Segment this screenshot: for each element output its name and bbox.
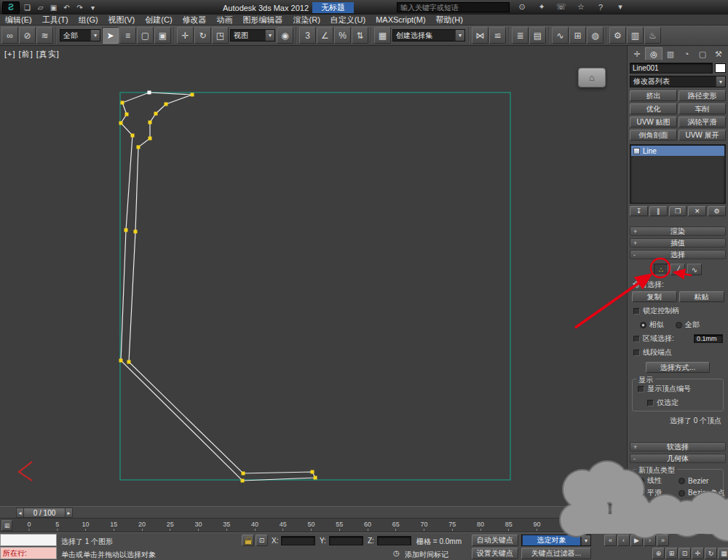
render-production-icon[interactable]: ♨	[644, 27, 661, 44]
rectangle-shape[interactable]	[120, 92, 510, 480]
chevron-down-icon[interactable]: ▾	[581, 535, 590, 545]
modifier-button[interactable]: 路径变形	[678, 90, 726, 101]
spline-vertex[interactable]	[134, 230, 138, 234]
spline-vertex[interactable]	[131, 134, 135, 138]
rollout-selection[interactable]: - 选择	[630, 250, 726, 259]
zoom-extents-icon[interactable]: ⊡	[678, 548, 691, 559]
vertex-subobject-icon[interactable]: ∴	[654, 264, 668, 275]
pan-icon[interactable]: ✛	[692, 548, 704, 559]
next-frame-icon[interactable]: ›	[644, 535, 656, 546]
chevron-down-icon[interactable]: ▾	[265, 30, 274, 41]
bezier-corner-radio[interactable]	[678, 490, 685, 497]
previous-frame-arrow-icon[interactable]: ◂	[16, 508, 24, 518]
selected-only-checkbox[interactable]	[647, 400, 654, 406]
spline-vertex[interactable]	[119, 122, 123, 125]
menu-item[interactable]: 自定义(U)	[325, 15, 371, 25]
snap-toggle-icon[interactable]: 3	[299, 27, 316, 44]
unlink-selection-icon[interactable]: ⊘	[19, 27, 36, 44]
reference-coordinate-combo[interactable]: 视图▾	[230, 29, 275, 42]
z-coordinate-field[interactable]	[377, 536, 411, 545]
open-file-icon[interactable]: ▱	[35, 2, 46, 13]
menu-item[interactable]: 工具(T)	[37, 15, 74, 25]
modifier-button[interactable]: UVW 贴图	[630, 117, 677, 127]
linear-radio[interactable]	[638, 478, 644, 484]
maximize-viewport-icon[interactable]: ▦	[718, 548, 728, 559]
angle-snap-icon[interactable]: ∠	[317, 27, 333, 44]
line-spline-shape[interactable]	[121, 92, 315, 481]
select-and-rotate-icon[interactable]: ↻	[194, 27, 211, 44]
chevron-down-icon[interactable]: ▾	[455, 30, 464, 41]
spline-vertex[interactable]	[124, 229, 128, 232]
segment-subobject-icon[interactable]: ╱	[670, 264, 685, 275]
object-name-input[interactable]	[630, 63, 713, 74]
configure-modifier-sets-icon[interactable]: ⚙	[708, 206, 726, 216]
lock-handles-checkbox[interactable]	[633, 308, 640, 315]
spline-vertex[interactable]	[165, 103, 168, 106]
selected-spline-vertex[interactable]	[148, 91, 151, 95]
viewcube[interactable]: ⌂	[578, 68, 606, 87]
bezier-radio[interactable]	[678, 478, 685, 484]
select-and-move-icon[interactable]: ✛	[177, 27, 194, 44]
macro-recorder-field[interactable]	[0, 534, 57, 546]
spline-vertex[interactable]	[125, 113, 129, 117]
object-color-swatch[interactable]	[715, 63, 726, 73]
rollout-soft-selection[interactable]: + 软选择	[630, 442, 726, 451]
search-icon[interactable]: ⊙	[517, 1, 527, 12]
select-by-name-icon[interactable]: ≡	[119, 27, 136, 44]
segment-end-checkbox[interactable]	[633, 350, 640, 356]
modify-tab-icon[interactable]: ◎	[645, 47, 662, 60]
rollout-rendering[interactable]: + 渲染	[630, 226, 726, 236]
display-tab-icon[interactable]: ▢	[695, 47, 711, 60]
select-and-link-icon[interactable]: ∞	[1, 27, 18, 44]
menu-item[interactable]: 图形编辑器	[238, 15, 288, 25]
go-to-start-icon[interactable]: «	[604, 535, 617, 546]
viewport-label[interactable]: [+] [前] [真实]	[4, 49, 60, 60]
named-selection-sets-combo[interactable]: 创建选择集▾	[392, 29, 465, 42]
remove-modifier-icon[interactable]: ✕	[688, 206, 706, 216]
smooth-radio[interactable]	[638, 490, 644, 497]
rectangular-selection-icon[interactable]: ▢	[137, 27, 154, 44]
favorites-star-icon[interactable]: ☆	[576, 1, 586, 12]
create-tab-icon[interactable]: ✛	[629, 47, 645, 60]
menu-item[interactable]: MAXScript(M)	[371, 15, 430, 25]
spline-subobject-icon[interactable]: ∿	[687, 264, 702, 275]
spline-vertex[interactable]	[137, 146, 141, 149]
spline-vertex[interactable]	[242, 472, 245, 476]
motion-tab-icon[interactable]: ◔	[678, 47, 695, 60]
spline-vertex[interactable]	[119, 359, 123, 363]
layer-manager-icon[interactable]: ≣	[512, 27, 529, 44]
create-line-button[interactable]: 创建线	[632, 505, 677, 516]
open-mini-track-view-icon[interactable]: ⊞	[1, 520, 12, 531]
maxscript-listener-field[interactable]: 所在行:	[0, 547, 57, 559]
show-vertex-numbers-checkbox[interactable]	[638, 386, 644, 393]
scene-canvas[interactable]	[0, 46, 626, 506]
menu-item[interactable]: 动画	[212, 15, 238, 25]
auto-key-button[interactable]: 自动关键点	[472, 535, 518, 546]
modifier-button[interactable]: 优化	[630, 103, 677, 114]
modifier-list-combo[interactable]: 修改器列表 ▾	[630, 76, 726, 87]
area-selection-checkbox[interactable]	[633, 336, 640, 342]
communication-center-icon[interactable]: ☏	[556, 1, 566, 12]
select-object-icon[interactable]: ➤	[102, 27, 119, 44]
select-and-scale-icon[interactable]: ◳	[212, 27, 229, 44]
modifier-button[interactable]: 挤出	[630, 90, 677, 101]
modifier-button[interactable]: 车削	[678, 103, 726, 114]
previous-frame-icon[interactable]: ‹	[617, 535, 630, 546]
time-slider-handle[interactable]: ◂ 0 / 100 ▸	[16, 508, 73, 518]
key-selection-combo[interactable]: 选定对象 ▾	[521, 535, 591, 546]
use-pivot-point-icon[interactable]: ◉	[277, 27, 293, 44]
help-icon[interactable]: ?	[596, 1, 606, 12]
rollout-interpolation[interactable]: + 插值	[630, 238, 726, 248]
spline-vertex[interactable]	[149, 137, 152, 141]
menu-item[interactable]: 创建(C)	[140, 15, 177, 25]
rendered-frame-icon[interactable]: ▥	[627, 27, 644, 44]
make-unique-icon[interactable]: ❒	[669, 206, 687, 216]
paste-button[interactable]: 粘贴	[679, 291, 724, 302]
reorient-checkbox[interactable]	[687, 521, 693, 528]
schematic-view-icon[interactable]: ⊞	[569, 27, 586, 44]
chevron-down-icon[interactable]: ▾	[90, 30, 100, 41]
menu-item[interactable]: 组(G)	[74, 15, 103, 25]
track-bar[interactable]: ⊞ 05101520253035404550556065707580859095…	[0, 518, 627, 532]
save-icon[interactable]: ▣	[48, 2, 59, 13]
absolute-offset-toggle-icon[interactable]: ⊡	[256, 535, 268, 546]
